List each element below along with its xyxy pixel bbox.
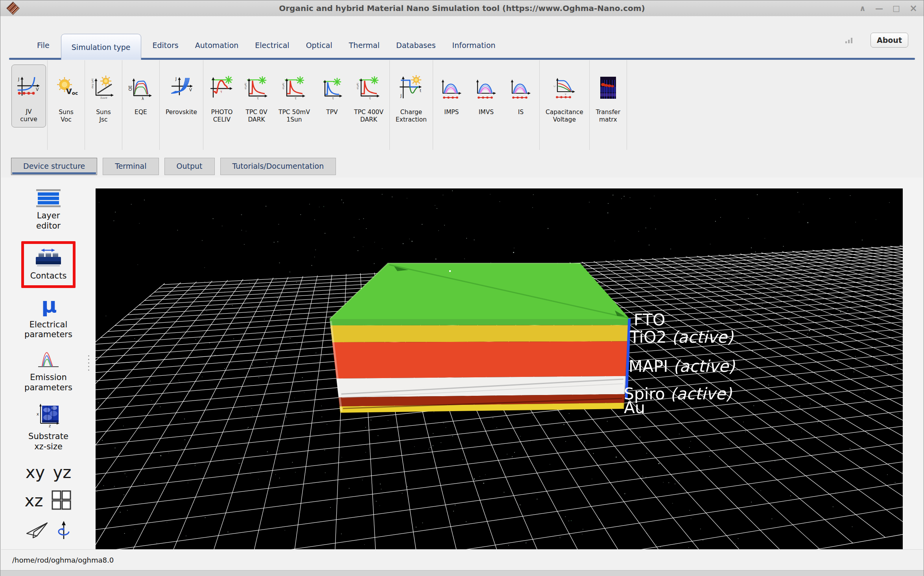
tpc-red-icon: τσ(µA) [356,69,381,107]
suns-voc-icon: Voc [53,69,79,107]
svg-text:τ: τ [257,97,259,100]
tool-tpc-400v-dark[interactable]: τσ(µA)TPC 400V DARK [349,65,388,128]
tool-label: TPC 0V DARK [245,109,267,124]
paper-plane-button[interactable] [26,521,49,541]
toolbar-group-0: JV JV curve [10,60,48,150]
imps-icon [474,69,499,107]
suns-jsc-icon: Σuvσdeg (µA) [91,69,116,107]
tool-label: IMVS [479,109,494,116]
tool-tpc-50mv-1sun[interactable]: τσ(µA)TPC 50mV 1Sun [274,65,315,128]
layer-active-suffix: (active) [668,357,735,376]
tool-label: PHOTO CELIV [211,109,233,124]
tool-label: Capacitance Voltage [546,109,583,124]
toolbar-group-8: C v Capacitance Voltage [540,60,590,150]
splitter-handle[interactable] [88,355,89,371]
sidebar-item-contacts[interactable]: Contacts [21,241,76,288]
svg-text:τ: τ [295,97,297,100]
sidebar-item-label: Layer editor [36,211,61,231]
layer-name: MAPI [629,357,668,376]
titlebar: Organic and hybrid Material Nano Simulat… [0,0,924,17]
tool-imps[interactable]: IMPS [434,65,469,120]
tool-label: EQE [135,109,147,116]
view-yz-button[interactable]: yz [53,464,71,481]
device-structure-sidebar: Layer editor ContactsμElectrical paramet… [1,177,96,549]
layer-editor-icon [35,189,61,207]
tab-output[interactable]: Output [164,158,215,175]
maximize-window-icon[interactable]: □ [893,0,900,16]
about-button[interactable]: About [871,33,908,48]
menu-tab-strip: FileSimulation typeEditorsAutomationElec… [29,16,504,60]
svg-text:Voc: Voc [66,87,78,96]
view-xz-button[interactable]: xz [25,493,43,509]
layer-label-tio2: TiO2 (active) [630,328,733,346]
sidebar-item-electrical-parameters[interactable]: μElectrical parameters [21,292,76,342]
rotate-y-button[interactable] [57,520,71,542]
svg-text:μ: μ [41,294,57,316]
grid-2x2-button[interactable] [51,489,72,512]
svg-text:σ(µA): σ(µA) [282,83,285,89]
tool-suns-jsc[interactable]: Σuvσdeg (µA)Suns Jsc [86,65,121,128]
tool-label: TPC 50mV 1Sun [278,109,310,124]
toolbar-group-5: τPHOTO CELIV τσ(µA)TPC 0V DARK τσ(µA)TPC… [203,60,390,150]
close-window-icon[interactable]: × [909,0,917,16]
window-bottom-edge [0,570,924,576]
tool-perovskite[interactable]: JV Perovskite [161,65,202,120]
toolbar-group-1: VocSuns Voc [48,60,85,150]
sidebar-item-label: Contacts [30,271,67,281]
svg-text:x: x [37,412,39,416]
menu-tab-editors[interactable]: Editors [144,41,187,60]
menu-tab-thermal[interactable]: Thermal [341,41,388,60]
sidebar-item-substrate-xz-size[interactable]: xz Substrate xz-size [25,401,72,453]
imps-icon [508,69,533,107]
svg-text:τ: τ [369,97,371,100]
sidebar-item-layer-editor[interactable]: Layer editor [32,188,65,233]
device-3d-view[interactable]: FTOTiO2 (active)MAPI (active)Spiro (acti… [96,188,903,549]
menu-tab-databases[interactable]: Databases [388,41,444,60]
svg-text:σ(µA): σ(µA) [356,83,359,89]
tool-suns-voc[interactable]: VocSuns Voc [49,65,83,128]
tool-eqe[interactable]: QE λEQE [124,65,158,120]
toolbar-group-7: IMPS IMVS IS [433,60,540,150]
sidebar-item-emission-parameters[interactable]: Emission parameters [21,348,76,394]
menu-tab-electrical[interactable]: Electrical [247,41,297,60]
tool-label: IS [518,109,524,116]
toolbar-group-9: Transfer matrx [590,60,627,150]
window-title: Organic and hybrid Material Nano Simulat… [0,0,924,16]
menu-tab-simulation-type[interactable]: Simulation type [61,34,141,60]
tool-label: Perovskite [166,109,197,116]
tab-device-structure[interactable]: Device structure [11,158,97,175]
tool-imvs[interactable]: IMVS [469,65,503,120]
scene-canvas[interactable] [96,188,903,549]
tool-transfer-matrx[interactable]: Transfer matrx [591,65,625,128]
menu-tab-information[interactable]: Information [444,41,504,60]
sidebar-item-label: Substrate xz-size [28,432,68,452]
menu-tab-file[interactable]: File [29,41,58,60]
menu-tab-automation[interactable]: Automation [187,41,247,60]
layer-label-mapi: MAPI (active) [629,357,735,375]
svg-text:C: C [553,85,556,87]
tab-terminal[interactable]: Terminal [103,158,159,175]
menu-tab-optical[interactable]: Optical [298,41,341,60]
tool-tpc-0v-dark[interactable]: τσ(µA)TPC 0V DARK [239,65,274,128]
tool-capacitance-voltage[interactable]: C v Capacitance Voltage [541,65,588,128]
layer-name: FTO [634,310,665,329]
view-tab-strip: Device structureTerminalOutputTutorials/… [0,158,924,178]
view-xy-button[interactable]: xy [26,464,45,481]
tool-jv-curve[interactable]: JV JV curve [11,65,46,127]
tab-tutorials-documentation[interactable]: Tutorials/Documentation [220,158,336,175]
emission-parameters-icon [37,349,60,369]
svg-text:Σuvσ: Σuvσ [100,96,107,100]
substrate-xz-icon: xz [36,403,61,428]
tool-charge-extraction[interactable]: JtCharge Extraction [391,65,432,128]
tool-photo-celiv[interactable]: τPHOTO CELIV [205,65,239,128]
capacitance-voltage-icon: C v [552,69,577,107]
imps-icon [439,69,464,107]
tpv-blue-icon: τ [319,69,345,107]
toolbar-group-2: Σuvσdeg (µA)Suns Jsc [85,60,122,150]
tool-tpv[interactable]: τTPV [315,65,349,120]
tool-is[interactable]: IS [503,65,538,120]
shade-window-icon[interactable]: ∧ [859,0,866,16]
layer-name: TiO2 [630,328,667,347]
simulation-type-ribbon: JV JV curveVocSuns Voc Σuvσdeg (µA)Suns … [0,60,924,156]
minimize-window-icon[interactable]: — [875,0,883,16]
